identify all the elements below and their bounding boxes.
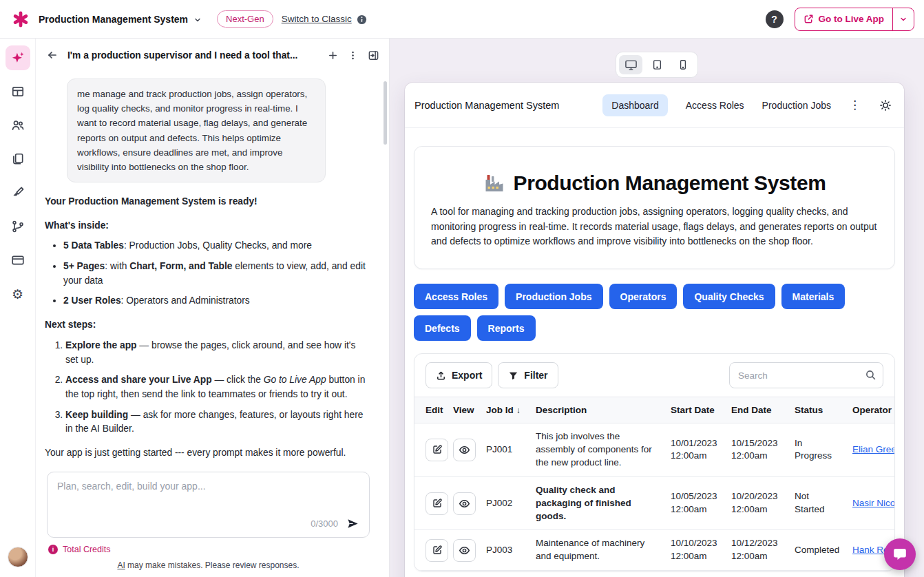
brand-logo-icon[interactable]: [11, 10, 30, 29]
gear-icon: ⚙: [12, 288, 23, 301]
column-header-end-date[interactable]: End Date: [726, 397, 789, 423]
rail-item-pages[interactable]: [6, 147, 30, 171]
device-desktop-button[interactable]: [619, 55, 642, 74]
app-nav: Dashboard Access Roles Production Jobs ⋮: [602, 94, 892, 116]
switch-to-classic-link[interactable]: Switch to Classic: [282, 14, 352, 24]
edit-pencil-icon: [432, 498, 443, 509]
whats-inside-heading: What's inside:: [45, 219, 368, 233]
quick-button-production-jobs[interactable]: Production Jobs: [505, 284, 602, 309]
quick-links: Access Roles Production Jobs Operators Q…: [414, 284, 895, 341]
filter-label: Filter: [524, 370, 547, 381]
nav-item-dashboard[interactable]: Dashboard: [602, 94, 668, 116]
chat-bubble-icon: [892, 546, 908, 563]
eye-icon: [459, 545, 470, 556]
chevron-down-icon[interactable]: [193, 14, 202, 25]
quick-button-operators[interactable]: Operators: [609, 284, 678, 309]
hero-description: A tool for managing and tracking product…: [431, 204, 878, 249]
new-chat-icon[interactable]: [328, 50, 338, 61]
hero-title: Production Management System: [514, 171, 826, 195]
ai-builder-panel: I'm a production supervisor and I need a…: [36, 39, 390, 577]
list-item: Keep building — ask for more changes, fe…: [65, 408, 368, 437]
list-item: Access and share your Live App — click t…: [65, 373, 368, 401]
column-header-description[interactable]: Description: [530, 397, 665, 423]
quick-button-quality-checks[interactable]: Quality Checks: [683, 284, 775, 309]
collapse-panel-icon[interactable]: [368, 50, 379, 61]
quick-button-materials[interactable]: Materials: [781, 284, 846, 309]
go-to-live-app-main[interactable]: Go to Live App: [795, 8, 893, 30]
view-button[interactable]: [453, 439, 476, 461]
ai-disclaimer-link[interactable]: AI: [117, 560, 125, 570]
rail-item-data-tables[interactable]: [6, 79, 30, 104]
user-avatar[interactable]: [8, 547, 28, 567]
view-button[interactable]: [453, 492, 476, 515]
chevron-down-icon: [899, 15, 907, 23]
chat-header: I'm a production supervisor and I need a…: [36, 39, 389, 72]
column-header-status[interactable]: Status: [789, 397, 847, 423]
filter-button[interactable]: Filter: [498, 362, 558, 388]
nav-item-access-roles[interactable]: Access Roles: [686, 100, 744, 111]
info-icon[interactable]: [357, 13, 367, 25]
view-button[interactable]: [453, 539, 476, 562]
theme-sun-icon[interactable]: [879, 99, 892, 112]
device-phone-button[interactable]: [671, 55, 695, 74]
column-header-view[interactable]: View: [448, 397, 481, 423]
eye-icon: [459, 498, 470, 510]
edit-button[interactable]: [426, 439, 448, 461]
start-date-cell: 10/10/2023 12:00am: [665, 530, 726, 571]
quick-button-reports[interactable]: Reports: [477, 315, 536, 341]
kebab-menu-icon[interactable]: [348, 50, 358, 61]
nav-item-production-jobs[interactable]: Production Jobs: [762, 100, 831, 111]
rail-item-theme[interactable]: [6, 180, 30, 205]
factory-emoji-icon: [483, 172, 505, 194]
send-icon[interactable]: [346, 517, 359, 530]
credits-icon: i: [48, 545, 58, 554]
export-button[interactable]: Export: [426, 362, 492, 388]
operator-link[interactable]: Nasir Nicolas: [852, 498, 894, 508]
go-to-live-app-button: Go to Live App: [795, 8, 915, 31]
help-button[interactable]: ?: [766, 10, 784, 28]
end-date-cell: 10/12/2023 12:00am: [726, 530, 789, 571]
quick-button-access-roles[interactable]: Access Roles: [414, 284, 498, 309]
rail-item-workflows[interactable]: [6, 214, 30, 239]
chat-widget-button[interactable]: [884, 538, 916, 570]
prompt-input[interactable]: [57, 481, 359, 517]
topbar: Production Management System Next-Gen Sw…: [0, 0, 924, 39]
next-steps-list: Explore the app — browse the pages, clic…: [45, 339, 368, 437]
column-header-edit[interactable]: Edit: [414, 397, 448, 423]
search-input[interactable]: [729, 362, 883, 388]
status-cell: In Progress: [789, 423, 847, 477]
edit-button[interactable]: [426, 492, 448, 515]
rail-item-ai-builder[interactable]: [6, 45, 30, 70]
tablet-icon: [652, 59, 662, 70]
total-credits-button[interactable]: i Total Credits: [48, 545, 370, 554]
closing-text: Your app is just getting started --- eve…: [45, 446, 368, 461]
table-row: PJ001 This job involves the assembly of …: [414, 423, 894, 477]
back-arrow-icon[interactable]: [47, 50, 58, 61]
column-header-job-id[interactable]: Job Id↓: [481, 397, 530, 423]
workspace-title[interactable]: Production Management System: [39, 14, 188, 25]
operator-link[interactable]: Elian Green: [852, 444, 894, 454]
export-icon: [436, 370, 446, 381]
rail-item-users[interactable]: [6, 113, 30, 138]
go-to-live-app-label: Go to Live App: [819, 14, 885, 24]
table-scroll-area[interactable]: Edit View Job Id↓ Description Start Date…: [414, 397, 894, 571]
column-header-operator[interactable]: Operator: [847, 397, 894, 423]
column-header-start-date[interactable]: Start Date: [665, 397, 726, 423]
job-id-cell: PJ002: [481, 476, 530, 530]
phone-icon: [679, 59, 687, 70]
user-message-bubble: me manage and track production jobs, ass…: [67, 78, 326, 182]
hero-card: Production Management System A tool for …: [414, 146, 895, 269]
device-toggle: [616, 52, 698, 78]
list-item: 5+ Pages: with Chart, Form, and Table el…: [63, 260, 368, 288]
preview-area: Production Management System Dashboard A…: [390, 39, 924, 577]
scrollbar-thumb[interactable]: [384, 81, 387, 145]
rail-item-payments[interactable]: [6, 248, 30, 273]
table-search: [729, 362, 883, 388]
go-to-live-app-caret[interactable]: [892, 8, 914, 30]
quick-button-defects[interactable]: Defects: [414, 315, 471, 341]
nav-overflow-icon[interactable]: ⋮: [849, 98, 861, 112]
job-id-cell: PJ001: [481, 423, 530, 477]
device-tablet-button[interactable]: [645, 55, 669, 74]
edit-button[interactable]: [426, 539, 448, 562]
rail-item-settings[interactable]: ⚙: [6, 282, 30, 306]
